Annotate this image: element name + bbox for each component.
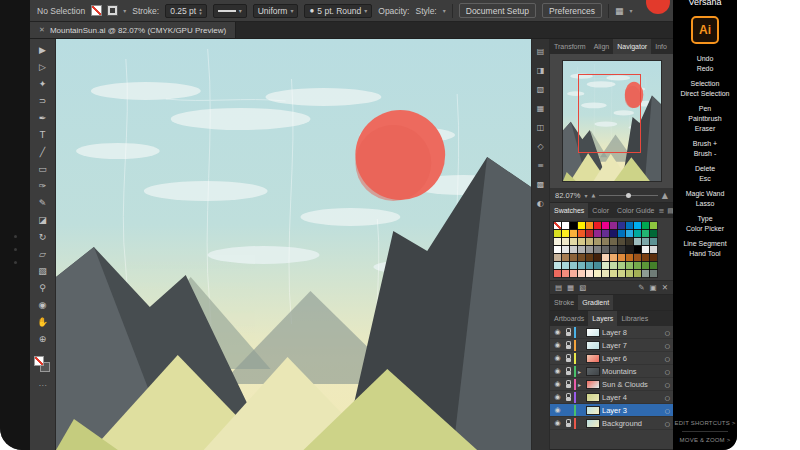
color-swatch[interactable] bbox=[634, 230, 641, 237]
color-swatch[interactable] bbox=[602, 246, 609, 253]
color-swatch[interactable] bbox=[602, 222, 609, 229]
tab-info[interactable]: Info bbox=[651, 39, 671, 54]
color-swatch[interactable] bbox=[626, 254, 633, 261]
shortcut-selection[interactable]: Selection bbox=[691, 80, 720, 87]
color-swatch[interactable] bbox=[562, 254, 569, 261]
navigator-zoom-value[interactable]: 82.07% bbox=[555, 191, 580, 200]
color-swatch[interactable] bbox=[554, 262, 561, 269]
shortcut-undo[interactable]: Undo bbox=[697, 55, 714, 62]
magic-wand-tool-icon[interactable]: ✦ bbox=[37, 76, 48, 93]
color-guide-panel-icon[interactable]: ▧ bbox=[537, 85, 545, 94]
color-swatch[interactable] bbox=[570, 262, 577, 269]
color-swatch[interactable] bbox=[626, 238, 633, 245]
paintbrush-tool-icon[interactable]: ✑ bbox=[37, 178, 48, 195]
visibility-eye-icon[interactable]: ◉ bbox=[553, 380, 562, 388]
fill-none-swatch-icon[interactable] bbox=[91, 5, 102, 16]
target-circle-icon[interactable]: ○ bbox=[665, 394, 670, 401]
swatch-kinds-icon[interactable]: ▦ bbox=[567, 283, 574, 292]
layer-row-background[interactable]: ◉Background○ bbox=[550, 417, 673, 430]
color-swatch[interactable] bbox=[554, 238, 561, 245]
chevron-down-icon[interactable]: ▾ bbox=[629, 7, 632, 14]
swatch-libraries-icon[interactable]: ▤ bbox=[555, 283, 562, 292]
rotate-tool-icon[interactable]: ↻ bbox=[37, 229, 48, 246]
hand-tool-icon[interactable]: ✋ bbox=[37, 314, 48, 331]
disclosure-triangle-icon[interactable]: ▸ bbox=[578, 381, 584, 388]
close-tab-icon[interactable]: ✕ bbox=[39, 26, 45, 34]
color-swatch[interactable] bbox=[554, 270, 561, 277]
color-swatch[interactable] bbox=[618, 246, 625, 253]
layer-row-sun-clouds[interactable]: ◉▸Sun & Clouds○ bbox=[550, 378, 673, 391]
target-circle-icon[interactable]: ○ bbox=[665, 342, 670, 349]
layer-row-layer-8[interactable]: ◉Layer 8○ bbox=[550, 326, 673, 339]
color-swatch[interactable] bbox=[650, 238, 657, 245]
color-swatch[interactable] bbox=[626, 262, 633, 269]
lock-icon[interactable] bbox=[564, 367, 572, 375]
color-swatch[interactable] bbox=[642, 230, 649, 237]
color-swatch[interactable] bbox=[650, 246, 657, 253]
pen-tool-icon[interactable]: ✒ bbox=[37, 110, 48, 127]
fill-proxy-icon[interactable] bbox=[34, 356, 44, 366]
chevron-down-icon[interactable]: ▾ bbox=[443, 7, 446, 14]
color-swatch[interactable] bbox=[570, 254, 577, 261]
color-swatch[interactable] bbox=[594, 230, 601, 237]
chevron-down-icon[interactable]: ▾ bbox=[584, 192, 587, 199]
target-circle-icon[interactable]: ○ bbox=[665, 329, 670, 336]
variable-width-dropdown[interactable]: ▾ bbox=[213, 4, 247, 18]
color-group-icon[interactable]: ▧ bbox=[579, 283, 586, 292]
color-swatch[interactable] bbox=[570, 270, 577, 277]
visibility-eye-icon[interactable]: ◉ bbox=[553, 419, 562, 427]
visibility-eye-icon[interactable]: ◉ bbox=[553, 328, 562, 336]
scale-tool-icon[interactable]: ▱ bbox=[37, 246, 48, 263]
target-circle-icon[interactable]: ○ bbox=[665, 407, 670, 414]
color-swatch[interactable] bbox=[634, 246, 641, 253]
stepper-arrows-icon[interactable]: ▴▾ bbox=[199, 7, 202, 15]
shortcut-type[interactable]: Type bbox=[697, 215, 712, 222]
tab-navigator[interactable]: Navigator bbox=[613, 39, 651, 54]
stroke-weight-field[interactable]: 0.25 pt ▴▾ bbox=[165, 4, 207, 18]
color-swatch[interactable] bbox=[634, 254, 641, 261]
shortcut-redo[interactable]: Redo bbox=[697, 65, 714, 72]
color-swatch[interactable] bbox=[642, 238, 649, 245]
tab-color-guide[interactable]: Color Guide bbox=[613, 203, 658, 218]
toolbar-more-icon[interactable]: ⋯ bbox=[39, 381, 47, 390]
tab-libraries[interactable]: Libraries bbox=[617, 311, 652, 326]
visibility-eye-icon[interactable]: ◉ bbox=[553, 367, 562, 375]
shortcut-delete[interactable]: Delete bbox=[695, 165, 715, 172]
target-circle-icon[interactable]: ○ bbox=[665, 355, 670, 362]
color-swatch[interactable] bbox=[562, 238, 569, 245]
color-swatch[interactable] bbox=[618, 254, 625, 261]
shortcut-hand-tool[interactable]: Hand Tool bbox=[689, 250, 720, 257]
lock-icon[interactable] bbox=[564, 393, 572, 401]
layer-name[interactable]: Layer 3 bbox=[602, 406, 663, 415]
transparency-panel-icon[interactable]: ◐ bbox=[537, 199, 544, 208]
color-swatch[interactable] bbox=[594, 270, 601, 277]
color-swatch[interactable] bbox=[578, 238, 585, 245]
target-circle-icon[interactable]: ○ bbox=[665, 420, 670, 427]
stroke-color-swatch-icon[interactable] bbox=[108, 6, 117, 15]
visibility-eye-icon[interactable]: ◉ bbox=[553, 406, 562, 414]
color-swatch[interactable] bbox=[562, 222, 569, 229]
navigator-preview[interactable] bbox=[550, 54, 673, 188]
color-swatch[interactable] bbox=[578, 230, 585, 237]
color-swatch[interactable] bbox=[570, 230, 577, 237]
shortcut-paintbrush[interactable]: Paintbrush bbox=[688, 115, 721, 122]
tab-stroke[interactable]: Stroke bbox=[550, 295, 578, 310]
gradient-panel-icon[interactable]: ▩ bbox=[537, 180, 545, 189]
shortcut-color-picker[interactable]: Color Picker bbox=[686, 225, 724, 232]
gradient-tool-icon[interactable]: ▧ bbox=[37, 263, 48, 280]
document-setup-button[interactable]: Document Setup bbox=[459, 3, 536, 18]
color-swatch[interactable] bbox=[642, 254, 649, 261]
color-swatch[interactable] bbox=[570, 238, 577, 245]
visibility-eye-icon[interactable]: ◉ bbox=[553, 393, 562, 401]
color-swatch[interactable] bbox=[562, 262, 569, 269]
color-swatch[interactable] bbox=[602, 254, 609, 261]
color-swatch[interactable] bbox=[650, 254, 657, 261]
color-swatch[interactable] bbox=[578, 222, 585, 229]
color-swatch[interactable] bbox=[586, 230, 593, 237]
color-swatch[interactable] bbox=[634, 262, 641, 269]
edit-swatch-icon[interactable]: ✎ bbox=[638, 283, 644, 292]
color-swatch[interactable] bbox=[554, 254, 561, 261]
color-swatch[interactable] bbox=[570, 246, 577, 253]
tab-color[interactable]: Color bbox=[588, 203, 613, 218]
layer-name[interactable]: Layer 4 bbox=[602, 393, 663, 402]
